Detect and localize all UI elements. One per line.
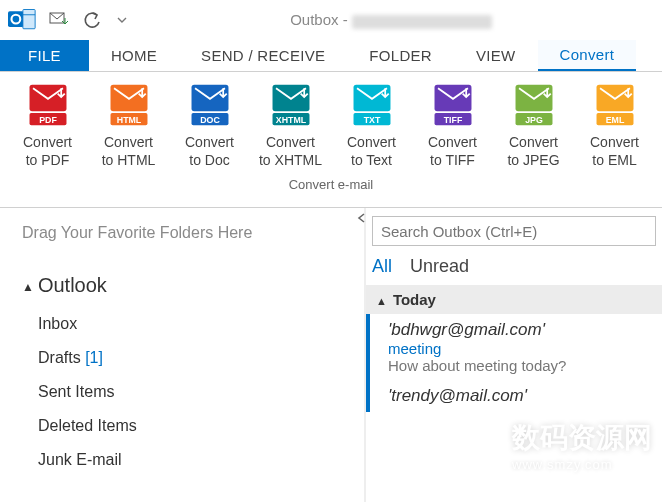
filter-unread[interactable]: Unread: [410, 256, 469, 277]
favorites-drop-hint: Drag Your Favorite Folders Here: [0, 208, 364, 258]
undo-icon[interactable]: [82, 9, 104, 31]
convert-xhtml-button[interactable]: XHTMLConvertto XHTML: [253, 78, 328, 175]
svg-text:JPG: JPG: [525, 115, 543, 125]
group-header-today[interactable]: ▲Today: [366, 285, 662, 314]
search-wrap: [366, 208, 662, 254]
title-bar: Outbox -: [0, 0, 662, 40]
send-receive-qat-icon[interactable]: [48, 9, 70, 31]
ribbon-btn-label-l1: Convert: [93, 134, 164, 152]
tab-send-receive[interactable]: SEND / RECEIVE: [179, 40, 347, 71]
content-area: Drag Your Favorite Folders Here ▲Outlook…: [0, 208, 662, 502]
message-from: 'bdhwgr@gmail.com': [388, 320, 652, 340]
convert-jpg-button[interactable]: JPGConvertto JPEG: [496, 78, 571, 175]
ribbon-group-convert: PDFConvertto PDFHTMLConvertto HTMLDOCCon…: [10, 78, 652, 175]
window-title-account-blurred: [352, 15, 492, 29]
folder-nav-pane: Drag Your Favorite Folders Here ▲Outlook…: [0, 208, 365, 502]
tab-convert[interactable]: Convert: [538, 40, 637, 71]
outlook-logo-icon: [8, 6, 36, 34]
doc-file-icon: DOC: [185, 80, 235, 130]
ribbon-btn-label-l2: to HTML: [93, 152, 164, 170]
ribbon-btn-label-l1: Convert: [174, 134, 245, 152]
ribbon-btn-label-l2: to XHTML: [255, 152, 326, 170]
xhtml-file-icon: XHTML: [266, 80, 316, 130]
folder-junk-e-mail[interactable]: Junk E-mail: [18, 443, 354, 477]
convert-eml-button[interactable]: EMLConvertto EML: [577, 78, 652, 175]
list-filter-row: All Unread: [366, 254, 662, 285]
folder-label: Junk E-mail: [38, 451, 122, 468]
svg-text:XHTML: XHTML: [275, 115, 306, 125]
folder-deleted-items[interactable]: Deleted Items: [18, 409, 354, 443]
convert-tiff-button[interactable]: TIFFConvertto TIFF: [415, 78, 490, 175]
ribbon-btn-label-l1: Convert: [579, 134, 650, 152]
ribbon-btn-label-l1: Convert: [498, 134, 569, 152]
ribbon: PDFConvertto PDFHTMLConvertto HTMLDOCCon…: [0, 72, 662, 208]
folder-label: Inbox: [38, 315, 77, 332]
html-file-icon: HTML: [104, 80, 154, 130]
svg-text:DOC: DOC: [200, 115, 220, 125]
convert-pdf-button[interactable]: PDFConvertto PDF: [10, 78, 85, 175]
folder-label: Drafts: [38, 349, 81, 366]
svg-rect-0: [8, 11, 24, 27]
ribbon-btn-label-l2: to Text: [336, 152, 407, 170]
quick-access-toolbar: [8, 6, 128, 34]
folder-label: Sent Items: [38, 383, 114, 400]
caret-down-icon: ▲: [22, 280, 34, 294]
ribbon-group-caption: Convert e-mail: [10, 175, 652, 196]
ribbon-btn-label-l1: Convert: [336, 134, 407, 152]
ribbon-tabs: FILE HOME SEND / RECEIVE FOLDER VIEW Con…: [0, 40, 662, 72]
qat-dropdown-icon[interactable]: [116, 9, 128, 31]
ribbon-btn-label-l2: to Doc: [174, 152, 245, 170]
caret-down-icon: ▲: [376, 295, 387, 307]
message-preview: How about meeting today?: [388, 357, 652, 374]
svg-text:HTML: HTML: [116, 115, 141, 125]
svg-text:TIFF: TIFF: [443, 115, 462, 125]
message-item[interactable]: 'trendy@mail.com': [366, 380, 662, 412]
convert-txt-button[interactable]: TXTConvertto Text: [334, 78, 409, 175]
folder-inbox[interactable]: Inbox: [18, 307, 354, 341]
folder-tree: ▲Outlook InboxDrafts [1]Sent ItemsDelete…: [0, 258, 364, 477]
tree-root-outlook[interactable]: ▲Outlook: [18, 264, 354, 307]
ribbon-btn-label-l2: to TIFF: [417, 152, 488, 170]
eml-file-icon: EML: [590, 80, 640, 130]
convert-doc-button[interactable]: DOCConvertto Doc: [172, 78, 247, 175]
tab-view[interactable]: VIEW: [454, 40, 538, 71]
ribbon-btn-label-l2: to EML: [579, 152, 650, 170]
tree-root-label: Outlook: [38, 274, 107, 296]
ribbon-btn-label-l2: to PDF: [12, 152, 83, 170]
convert-html-button[interactable]: HTMLConvertto HTML: [91, 78, 166, 175]
svg-rect-1: [23, 10, 35, 29]
svg-text:EML: EML: [605, 115, 624, 125]
message-subject: meeting: [388, 340, 652, 357]
pdf-file-icon: PDF: [23, 80, 73, 130]
tab-folder[interactable]: FOLDER: [347, 40, 454, 71]
filter-all[interactable]: All: [372, 256, 392, 277]
message-list-pane: All Unread ▲Today 'bdhwgr@gmail.com'meet…: [365, 208, 662, 502]
folder-drafts[interactable]: Drafts [1]: [18, 341, 354, 375]
svg-text:PDF: PDF: [39, 115, 57, 125]
collapse-nav-icon[interactable]: [356, 212, 368, 227]
ribbon-btn-label-l1: Convert: [12, 134, 83, 152]
message-from: 'trendy@mail.com': [388, 386, 652, 406]
ribbon-btn-label-l1: Convert: [417, 134, 488, 152]
search-input[interactable]: [372, 216, 656, 246]
tab-home[interactable]: HOME: [89, 40, 179, 71]
folder-unread-count: [1]: [85, 349, 103, 366]
window-title: Outbox -: [128, 11, 654, 28]
ribbon-btn-label-l1: Convert: [255, 134, 326, 152]
message-item[interactable]: 'bdhwgr@gmail.com'meetingHow about meeti…: [366, 314, 662, 380]
jpg-file-icon: JPG: [509, 80, 559, 130]
svg-text:TXT: TXT: [363, 115, 380, 125]
window-title-prefix: Outbox -: [290, 11, 352, 28]
ribbon-btn-label-l2: to JPEG: [498, 152, 569, 170]
folder-sent-items[interactable]: Sent Items: [18, 375, 354, 409]
folder-label: Deleted Items: [38, 417, 137, 434]
tab-file[interactable]: FILE: [0, 40, 89, 71]
tiff-file-icon: TIFF: [428, 80, 478, 130]
group-header-label: Today: [393, 291, 436, 308]
txt-file-icon: TXT: [347, 80, 397, 130]
